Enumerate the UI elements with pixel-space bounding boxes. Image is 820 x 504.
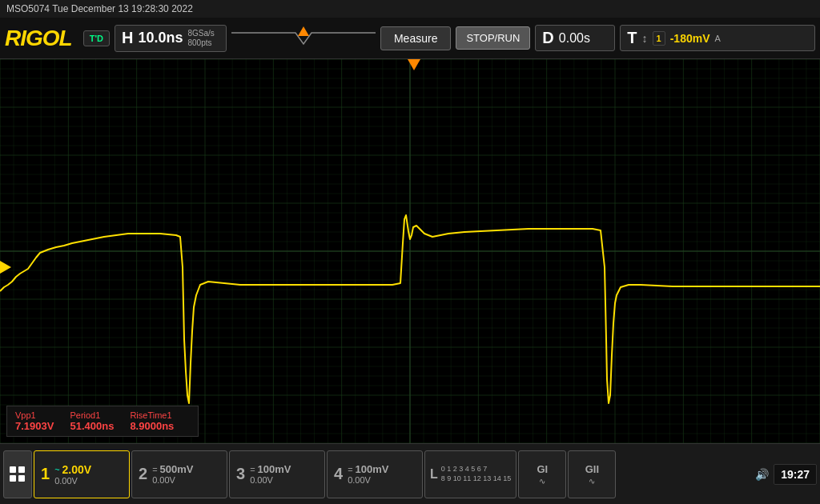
ch1-number: 1	[41, 465, 50, 483]
channel-3-block[interactable]: 3 = 100mV 0.00V	[229, 450, 325, 498]
h-value: 10.0ns	[138, 30, 183, 46]
ch4-offset: 0.00V	[348, 475, 388, 485]
ch2-number: 2	[139, 465, 147, 483]
t-label: T	[627, 29, 637, 47]
d-value: 0.00s	[559, 31, 590, 46]
gi-wave-icon: ∿	[539, 477, 545, 486]
ch1-indicator: 1	[653, 31, 665, 46]
trigger-level-icon: ↕	[642, 32, 648, 45]
channel-2-block[interactable]: 2 = 500mV 0.00V	[131, 450, 227, 498]
gii-label: GII	[585, 463, 599, 475]
t-section[interactable]: T ↕ 1 -180mV A	[620, 25, 815, 51]
meas-vpp-label: Vpp1	[15, 410, 54, 420]
scope-screen: Vpp1 7.1903V Period1 51.400ns RiseTime1 …	[0, 59, 820, 443]
ch1-offset: 0.00V	[54, 476, 91, 486]
d-label: D	[542, 29, 553, 47]
meas-risetime-value: 8.9000ns	[130, 420, 174, 432]
meas-period-label: Period1	[70, 410, 114, 420]
stoprun-button[interactable]: STOP/RUN	[456, 26, 530, 50]
td-badge[interactable]: T'D	[83, 30, 110, 46]
l-block[interactable]: L 0 1 2 3 4 5 6 7 8 9 10 11 12 13 14 15	[424, 450, 517, 498]
clock-display: 19:27	[774, 464, 817, 485]
ch1-info: ~ 2.00V 0.00V	[54, 463, 91, 486]
l-label: L	[430, 467, 438, 482]
ch3-offset: 0.00V	[250, 475, 291, 485]
channel-4-block[interactable]: 4 = 100mV 0.00V	[327, 450, 423, 498]
channel-1-block[interactable]: 1 ~ 2.00V 0.00V	[34, 450, 130, 498]
gii-block[interactable]: GII ∿	[568, 450, 616, 498]
right-section: 🔊 19:27	[755, 464, 817, 485]
l-numbers: 0 1 2 3 4 5 6 7 8 9 10 11 12 13 14 15	[441, 465, 512, 483]
ch3-number: 3	[236, 465, 245, 483]
ch4-info: = 100mV 0.00V	[348, 463, 388, 485]
ch1-coupling: ~ 2.00V	[54, 463, 91, 476]
meas-risetime-label: RiseTime1	[130, 410, 174, 420]
t-value: -180mV	[670, 32, 710, 45]
ch2-info: = 500mV 0.00V	[152, 463, 193, 485]
meas-vpp: Vpp1 7.1903V	[15, 410, 54, 432]
d-section[interactable]: D 0.00s	[535, 25, 615, 51]
h-label: H	[122, 29, 133, 47]
ch4-number: 4	[334, 465, 343, 483]
meas-period-value: 51.400ns	[70, 420, 114, 432]
sound-icon[interactable]: 🔊	[755, 468, 769, 481]
measurements-panel: Vpp1 7.1903V Period1 51.400ns RiseTime1 …	[6, 406, 199, 437]
ch2-offset: 0.00V	[152, 475, 193, 485]
gi-label: GI	[537, 463, 549, 475]
status-bar: MSO5074 Tue December 13 19:28:30 2022	[0, 0, 820, 18]
waveform-svg	[0, 59, 820, 443]
toolbar: RIGOL T'D H 10.0ns 8GSa/s 800pts Measure…	[0, 18, 820, 59]
bottom-bar: 1 ~ 2.00V 0.00V 2 = 500mV 0.00V 3 = 100m…	[0, 443, 820, 504]
menu-button[interactable]	[3, 450, 32, 498]
svg-marker-0	[298, 26, 309, 36]
ch3-info: = 100mV 0.00V	[250, 463, 291, 485]
meas-period: Period1 51.400ns	[70, 410, 114, 432]
measure-button[interactable]: Measure	[380, 26, 451, 50]
l-nums-bottom: 8 9 10 11 12 13 14 15	[441, 474, 512, 484]
gii-wave-icon: ∿	[589, 477, 595, 486]
t-unit: A	[715, 34, 721, 43]
ch3-coupling: = 100mV	[250, 463, 291, 475]
trigger-icon	[231, 26, 376, 50]
ch4-coupling: = 100mV	[348, 463, 388, 475]
rigol-logo: RIGOL	[5, 26, 72, 51]
h-section[interactable]: H 10.0ns 8GSa/s 800pts	[115, 25, 227, 52]
meas-vpp-value: 7.1903V	[15, 420, 54, 432]
gi-block[interactable]: GI ∿	[518, 450, 566, 498]
h-sub: 8GSa/s 800pts	[187, 29, 214, 48]
status-text: MSO5074 Tue December 13 19:28:30 2022	[6, 3, 193, 14]
measurements-row: Vpp1 7.1903V Period1 51.400ns RiseTime1 …	[15, 410, 190, 432]
meas-risetime: RiseTime1 8.9000ns	[130, 410, 174, 432]
ch2-coupling: = 500mV	[152, 463, 193, 475]
menu-icon	[10, 466, 26, 482]
l-nums-top: 0 1 2 3 4 5 6 7	[441, 465, 512, 474]
